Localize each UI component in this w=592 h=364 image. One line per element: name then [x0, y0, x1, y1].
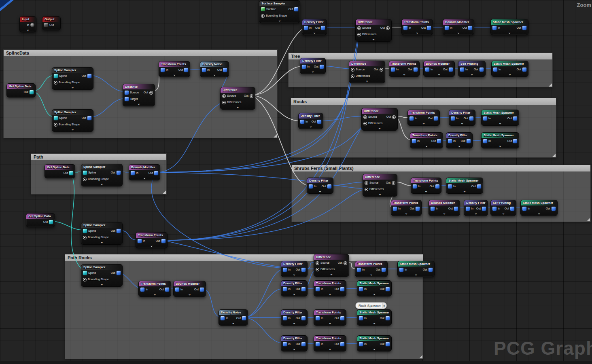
any-pin-icon[interactable] — [83, 178, 87, 181]
collapse-chevron-icon[interactable]: ⌄ — [429, 212, 460, 216]
point-pin-icon[interactable] — [283, 268, 287, 272]
point-pin-icon[interactable] — [316, 316, 320, 320]
point-pin-icon[interactable] — [410, 116, 414, 121]
point-pin-icon[interactable] — [359, 342, 363, 346]
point-pin-icon[interactable] — [321, 26, 325, 30]
node-title[interactable]: Static Mesh Spawner — [446, 178, 483, 183]
point-pin-icon[interactable] — [386, 342, 390, 346]
point-pin-icon[interactable] — [302, 65, 306, 69]
collapse-chevron-icon[interactable]: ⌄ — [52, 86, 93, 90]
point-pin-icon[interactable] — [412, 139, 416, 143]
point-pin-icon[interactable] — [449, 68, 453, 72]
surface-pin-icon[interactable] — [261, 7, 265, 11]
spline-pin-icon[interactable] — [83, 171, 87, 175]
point-pin-icon[interactable] — [522, 26, 526, 30]
node-transform-points[interactable]: Transform PointsInOut⌄ — [401, 19, 433, 35]
node-difference[interactable]: DifferenceSourceOutDifferences⌄ — [361, 108, 398, 131]
node-density-filter[interactable]: Density FilterInOut⌄ — [300, 58, 326, 74]
point-pin-icon[interactable] — [117, 271, 121, 275]
point-pin-icon[interactable] — [283, 342, 287, 346]
collapse-chevron-icon[interactable]: ⌄ — [482, 144, 519, 148]
node-static-mesh-spawner[interactable]: Static Mesh SpawnerInOut⌄ — [481, 110, 519, 126]
point-pin-icon[interactable] — [492, 207, 497, 211]
point-pin-icon[interactable] — [448, 139, 452, 143]
node-title[interactable]: Density Filter — [464, 200, 488, 205]
collapse-chevron-icon[interactable]: ⌄ — [464, 212, 488, 216]
node-surface-sampler[interactable]: Surface SamplerSurfaceOutBounding Shape⌄ — [259, 0, 300, 23]
collapse-chevron-icon[interactable]: ⌄ — [449, 122, 475, 126]
any-pin-icon[interactable] — [392, 115, 396, 119]
point-pin-icon[interactable] — [184, 68, 188, 72]
point-pin-icon[interactable] — [309, 184, 313, 188]
node-difference[interactable]: DifferenceSourceOutDifferences⌄ — [314, 254, 349, 277]
point-pin-icon[interactable] — [437, 139, 441, 143]
node-get-spline-data[interactable]: Get Spline DataOut — [45, 164, 75, 178]
any-pin-icon[interactable] — [149, 91, 153, 95]
node-title[interactable]: Output — [42, 17, 60, 22]
node-density-filter[interactable]: Density FilterInOut⌄ — [281, 335, 308, 351]
collapse-chevron-icon[interactable]: ⌄ — [410, 144, 443, 148]
point-pin-icon[interactable] — [451, 116, 455, 121]
any-pin-icon[interactable] — [54, 81, 57, 85]
node-title[interactable]: Difference — [349, 61, 385, 66]
collapse-chevron-icon[interactable]: ⌄ — [259, 19, 300, 23]
point-pin-icon[interactable] — [510, 207, 514, 211]
collapse-chevron-icon[interactable]: ⌄ — [491, 31, 528, 35]
point-pin-icon[interactable] — [513, 139, 517, 143]
point-pin-icon[interactable] — [414, 68, 418, 72]
node-title[interactable]: Difference — [362, 108, 397, 114]
node-title[interactable]: Spline Sampler — [81, 222, 122, 228]
node-static-mesh-spawner[interactable]: Static Mesh SpawnerInOut⌄ — [357, 309, 392, 326]
point-pin-icon[interactable] — [300, 120, 304, 124]
any-pin-icon[interactable] — [351, 74, 354, 78]
comment-title[interactable]: Path — [31, 154, 166, 160]
collapse-chevron-icon[interactable]: ⌄ — [221, 106, 255, 110]
point-pin-icon[interactable] — [87, 74, 91, 78]
collapse-chevron-icon[interactable]: ⌄ — [357, 292, 391, 296]
node-static-mesh-spawner[interactable]: Static Mesh SpawnerInOut⌄ — [446, 178, 483, 194]
node-output[interactable]: OutputOut — [42, 16, 61, 30]
point-pin-icon[interactable] — [393, 207, 397, 211]
collapse-chevron-icon[interactable]: ⌄ — [81, 241, 122, 245]
point-pin-icon[interactable] — [131, 171, 135, 175]
collapse-chevron-icon[interactable]: ⌄ — [159, 73, 190, 77]
node-title[interactable]: Difference — [221, 87, 255, 93]
collapse-chevron-icon[interactable]: ⌄ — [20, 28, 36, 32]
node-get-spline-data[interactable]: Get Spline DataOut — [6, 83, 36, 97]
node-title[interactable]: Transform Points — [355, 261, 387, 267]
collapse-chevron-icon[interactable]: ⌄ — [139, 293, 171, 297]
point-pin-icon[interactable] — [413, 184, 417, 188]
collapse-chevron-icon[interactable]: ⌄ — [219, 322, 248, 326]
point-pin-icon[interactable] — [391, 68, 395, 72]
node-difference[interactable]: DifferenceSourceOutDifferences⌄ — [355, 19, 392, 42]
collapse-chevron-icon[interactable]: ⌄ — [408, 122, 439, 126]
comment-resize-handle[interactable] — [552, 154, 556, 157]
node-transform-points[interactable]: Transform PointsInOut⌄ — [410, 132, 443, 148]
point-pin-icon[interactable] — [467, 139, 471, 143]
point-pin-icon[interactable] — [416, 207, 420, 211]
node-transform-points[interactable]: Transform PointsInOut⌄ — [159, 61, 190, 77]
any-pin-icon[interactable] — [250, 94, 253, 98]
point-pin-icon[interactable] — [435, 184, 439, 188]
node-spline-sampler[interactable]: Spline SamplerSplineOutBounding Shape⌄ — [81, 164, 123, 186]
node-title[interactable]: Static Mesh Spawner — [357, 336, 391, 341]
any-pin-icon[interactable] — [357, 26, 361, 30]
node-transform-points[interactable]: Transform PointsInOut⌄ — [314, 309, 346, 326]
pcg-graph-canvas[interactable]: SplineDataTreeRocksShrubs Ferns (Small P… — [0, 0, 592, 364]
comment-resize-handle[interactable] — [549, 83, 552, 87]
spline-pin-icon[interactable] — [54, 116, 58, 120]
node-difference[interactable]: DifferenceSourceOutDifferences⌄ — [220, 87, 255, 110]
node-spline-sampler[interactable]: Spline SamplerSplineOutBounding Shape⌄ — [81, 222, 123, 245]
point-pin-icon[interactable] — [483, 139, 487, 143]
collapse-chevron-icon[interactable]: ⌄ — [389, 73, 419, 77]
node-title[interactable]: Bounds Modifier — [424, 61, 454, 66]
point-pin-icon[interactable] — [482, 207, 486, 211]
collapse-chevron-icon[interactable]: ⌄ — [411, 190, 441, 194]
node-title[interactable]: Bounds Modifier — [129, 165, 160, 170]
point-pin-icon[interactable] — [327, 184, 331, 188]
collapse-chevron-icon[interactable]: ⌄ — [355, 273, 387, 277]
point-pin-icon[interactable] — [200, 288, 204, 292]
node-difference[interactable]: DifferenceSourceOutDifferences⌄ — [349, 61, 385, 83]
any-pin-icon[interactable] — [357, 33, 361, 36]
node-title[interactable]: Static Mesh Spawner — [357, 281, 391, 286]
